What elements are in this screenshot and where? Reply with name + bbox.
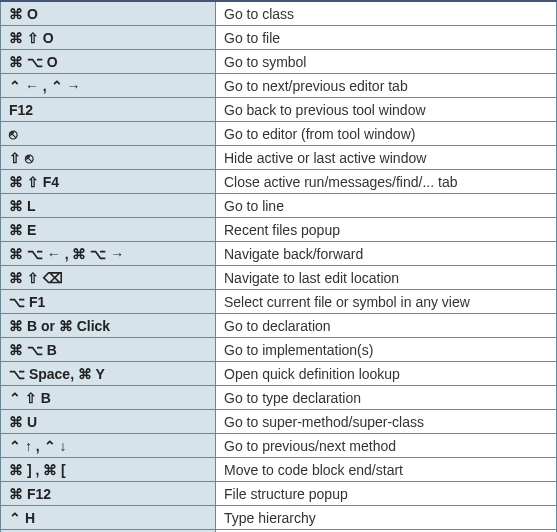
table-row: ⌘ ] , ⌘ [Move to code block end/start [1, 458, 557, 482]
description-cell: Navigate to last edit location [216, 266, 557, 290]
table-row: ⌃ HType hierarchy [1, 506, 557, 530]
description-cell: Go to editor (from tool window) [216, 122, 557, 146]
shortcut-cell: ⌥ F1 [1, 290, 216, 314]
shortcut-cell: ⌘ ⌥ O [1, 50, 216, 74]
description-cell: Go to previous/next method [216, 434, 557, 458]
description-cell: File structure popup [216, 482, 557, 506]
description-cell: Hide active or last active window [216, 146, 557, 170]
description-cell: Close active run/messages/find/... tab [216, 170, 557, 194]
table-row: ⌃ ↑ , ⌃ ↓Go to previous/next method [1, 434, 557, 458]
shortcut-cell: F12 [1, 98, 216, 122]
description-cell: Open quick definition lookup [216, 362, 557, 386]
table-row: ⌘ ⌥ OGo to symbol [1, 50, 557, 74]
table-row: ⌘ ⌥ BGo to implementation(s) [1, 338, 557, 362]
table-row: ⌘ ⇧ ⌫Navigate to last edit location [1, 266, 557, 290]
table-row: ⌘ OGo to class [1, 1, 557, 26]
shortcut-cell: ⌘ ⇧ ⌫ [1, 266, 216, 290]
table-row: ⌘ ERecent files popup [1, 218, 557, 242]
description-cell: Recent files popup [216, 218, 557, 242]
shortcut-cell: ⎋ [1, 122, 216, 146]
description-cell: Go to class [216, 1, 557, 26]
description-cell: Go to line [216, 194, 557, 218]
table-row: ⌥ F1Select current file or symbol in any… [1, 290, 557, 314]
shortcut-cell: ⌘ L [1, 194, 216, 218]
table-row: ⌃ ← , ⌃ →Go to next/previous editor tab [1, 74, 557, 98]
shortcuts-table: ⌘ OGo to class⌘ ⇧ OGo to file⌘ ⌥ OGo to … [0, 0, 557, 532]
table-row: ⌘ F12File structure popup [1, 482, 557, 506]
shortcut-cell: ⌥ Space, ⌘ Y [1, 362, 216, 386]
shortcut-cell: ⌃ H [1, 506, 216, 530]
shortcut-cell: ⌃ ↑ , ⌃ ↓ [1, 434, 216, 458]
shortcut-cell: ⌃ ⇧ B [1, 386, 216, 410]
table-row: ⎋Go to editor (from tool window) [1, 122, 557, 146]
table-row: ⌘ UGo to super-method/super-class [1, 410, 557, 434]
description-cell: Go to declaration [216, 314, 557, 338]
shortcut-cell: ⌘ ⌥ B [1, 338, 216, 362]
description-cell: Go to super-method/super-class [216, 410, 557, 434]
shortcut-cell: ⌘ E [1, 218, 216, 242]
shortcut-cell: ⌘ ⌥ ← , ⌘ ⌥ → [1, 242, 216, 266]
description-cell: Go to type declaration [216, 386, 557, 410]
description-cell: Move to code block end/start [216, 458, 557, 482]
shortcut-cell: ⌘ ⇧ F4 [1, 170, 216, 194]
description-cell: Type hierarchy [216, 506, 557, 530]
table-row: ⌘ ⇧ F4Close active run/messages/find/...… [1, 170, 557, 194]
table-row: F12Go back to previous tool window [1, 98, 557, 122]
table-row: ⌘ LGo to line [1, 194, 557, 218]
shortcut-cell: ⌘ B or ⌘ Click [1, 314, 216, 338]
shortcut-cell: ⌃ ← , ⌃ → [1, 74, 216, 98]
description-cell: Go to next/previous editor tab [216, 74, 557, 98]
table-row: ⌘ B or ⌘ ClickGo to declaration [1, 314, 557, 338]
table-row: ⌘ ⇧ OGo to file [1, 26, 557, 50]
description-cell: Go back to previous tool window [216, 98, 557, 122]
description-cell: Select current file or symbol in any vie… [216, 290, 557, 314]
shortcut-cell: ⇧ ⎋ [1, 146, 216, 170]
description-cell: Go to file [216, 26, 557, 50]
shortcut-cell: ⌘ O [1, 1, 216, 26]
shortcut-cell: ⌘ U [1, 410, 216, 434]
shortcut-cell: ⌘ F12 [1, 482, 216, 506]
shortcut-cell: ⌘ ] , ⌘ [ [1, 458, 216, 482]
table-row: ⌘ ⌥ ← , ⌘ ⌥ →Navigate back/forward [1, 242, 557, 266]
description-cell: Navigate back/forward [216, 242, 557, 266]
table-row: ⌃ ⇧ BGo to type declaration [1, 386, 557, 410]
description-cell: Go to implementation(s) [216, 338, 557, 362]
description-cell: Go to symbol [216, 50, 557, 74]
table-row: ⇧ ⎋Hide active or last active window [1, 146, 557, 170]
shortcut-cell: ⌘ ⇧ O [1, 26, 216, 50]
table-row: ⌥ Space, ⌘ YOpen quick definition lookup [1, 362, 557, 386]
